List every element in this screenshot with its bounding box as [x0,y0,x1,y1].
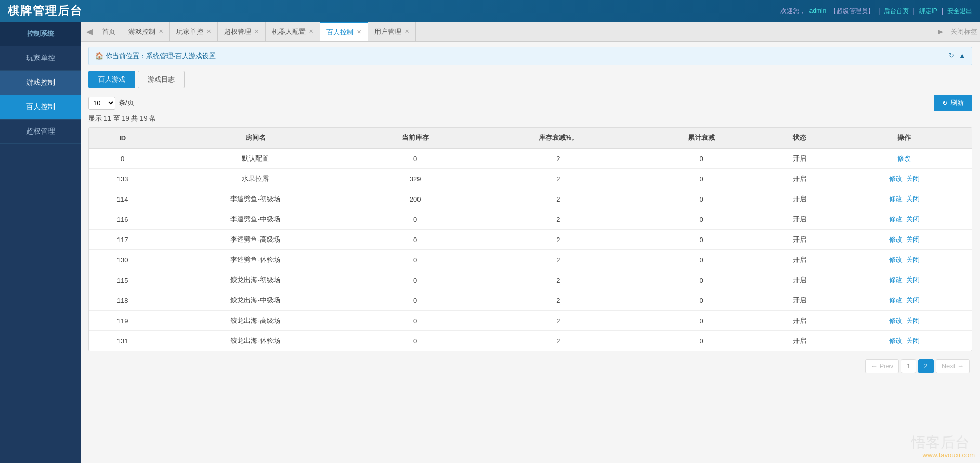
action-关闭[interactable]: 关闭 [906,316,920,324]
app-title: 棋牌管理后台 [8,3,83,19]
main-layout: 控制系统 玩家单控 游戏控制 百人控制 超权管理 ◀ 首页 游戏控制✕ 玩家单控… [0,22,980,463]
tab-close-user-management[interactable]: ✕ [404,28,409,35]
sidebar-item-super-management[interactable]: 超权管理 [0,120,81,144]
cell-total-decay: 0 [641,189,762,209]
action-关闭[interactable]: 关闭 [906,235,920,243]
next-page-btn[interactable]: Next → [936,359,970,373]
tab-close-player-single[interactable]: ✕ [206,28,211,35]
tab-close-all[interactable]: 关闭标签 [950,27,977,36]
cell-total-decay: 0 [641,209,762,230]
col-stock: 当前库存 [355,128,476,148]
action-关闭[interactable]: 关闭 [906,256,920,263]
action-修改[interactable]: 修改 [889,235,903,243]
cell-id: 133 [89,169,156,189]
cell-status: 开启 [762,331,837,351]
table-row: 116李逵劈鱼-中级场020开启修改 关闭 [89,209,972,230]
sub-tab-youxi-rizhi[interactable]: 游戏日志 [138,71,185,88]
tab-game-control[interactable]: 游戏控制✕ [122,22,170,41]
page-btn-1[interactable]: 1 [901,359,916,373]
action-关闭[interactable]: 关闭 [906,195,920,203]
breadcrumb: 🏠 你当前位置：系统管理-百人游戏设置 ↻ ▲ [88,47,972,65]
username-link[interactable]: admin [809,7,827,15]
bind-ip-link[interactable]: 绑定IP [919,7,937,16]
sub-tabs: 百人游戏 游戏日志 [88,71,972,88]
sidebar-item-player-control[interactable]: 玩家单控 [0,46,81,71]
tab-robot-config[interactable]: 机器人配置✕ [266,22,320,41]
action-关闭[interactable]: 关闭 [906,215,920,223]
action-separator [904,296,906,304]
action-separator [904,256,906,263]
cell-room: 默认配置 [156,148,355,169]
cell-id: 119 [89,311,156,331]
tab-super-management[interactable]: 超权管理✕ [218,22,266,41]
tab-bar-right: ▶ 关闭标签 [935,27,977,36]
action-关闭[interactable]: 关闭 [906,296,920,304]
cell-status: 开启 [762,189,837,209]
tab-nav-next[interactable]: ▶ [935,28,946,35]
page-size-select[interactable]: 10 20 50 100 [88,97,115,110]
tab-bar: ◀ 首页 游戏控制✕ 玩家单控✕ 超权管理✕ 机器人配置✕ 百人控制✕ 用户管理… [81,22,980,42]
cell-id: 114 [89,189,156,209]
cell-room: 李逵劈鱼-初级场 [156,189,355,209]
tab-nav-prev[interactable]: ◀ [83,27,96,36]
action-修改[interactable]: 修改 [889,256,903,263]
action-separator [904,215,906,223]
record-info: 显示 11 至 19 共 19 条 [88,114,972,123]
tab-hundred-control[interactable]: 百人控制✕ [320,22,368,41]
tab-close-robot-config[interactable]: ✕ [309,28,313,35]
page-btn-2[interactable]: 2 [918,359,933,373]
action-separator [904,316,906,324]
action-修改[interactable]: 修改 [889,316,903,324]
cell-actions: 修改 关闭 [837,250,972,270]
cell-id: 118 [89,290,156,311]
tab-user-management[interactable]: 用户管理✕ [368,22,416,41]
cell-stock: 0 [355,331,476,351]
action-修改[interactable]: 修改 [889,296,903,304]
main-content: ◀ 首页 游戏控制✕ 玩家单控✕ 超权管理✕ 机器人配置✕ 百人控制✕ 用户管理… [81,22,980,463]
action-关闭[interactable]: 关闭 [906,337,920,345]
prev-page-btn[interactable]: ← Prev [865,359,899,373]
action-修改[interactable]: 修改 [889,337,903,345]
cell-status: 开启 [762,250,837,270]
action-关闭[interactable]: 关闭 [906,175,920,182]
cell-id: 130 [89,250,156,270]
cell-actions: 修改 关闭 [837,189,972,209]
refresh-button[interactable]: ↻ 刷新 [934,95,972,111]
tab-player-single[interactable]: 玩家单控✕ [170,22,218,41]
cell-actions: 修改 关闭 [837,169,972,189]
col-decay-rate: 库存衰减%。 [476,128,641,148]
col-total-decay: 累计衰减 [641,128,762,148]
welcome-text: 欢迎您， [780,7,805,16]
action-修改[interactable]: 修改 [889,175,903,182]
table-row: 133水果拉露32920开启修改 关闭 [89,169,972,189]
home-link[interactable]: 后台首页 [884,7,909,16]
tab-home[interactable]: 首页 [96,22,122,41]
table-body: 0默认配置020开启修改133水果拉露32920开启修改 关闭114李逵劈鱼-初… [89,148,972,351]
table-row: 0默认配置020开启修改 [89,148,972,169]
tab-close-super-management[interactable]: ✕ [254,28,259,35]
action-关闭[interactable]: 关闭 [906,276,920,284]
action-修改[interactable]: 修改 [889,215,903,223]
tab-close-game-control[interactable]: ✕ [159,28,163,35]
cell-room: 鲛龙出海-中级场 [156,290,355,311]
cell-total-decay: 0 [641,148,762,169]
page-size-label: 条/页 [119,98,134,108]
data-table-container: ID 房间名 当前库存 库存衰减%。 累计衰减 状态 操作 0默认配置020开启… [88,127,972,351]
watermark-site: www.favouxi.com [923,451,975,459]
logout-link[interactable]: 安全退出 [947,7,972,16]
action-修改[interactable]: 修改 [889,276,903,284]
sidebar-item-hundred-control[interactable]: 百人控制 [0,95,81,120]
tab-close-hundred-control[interactable]: ✕ [357,29,361,35]
refresh-icon[interactable]: ↻ [949,51,955,59]
action-修改[interactable]: 修改 [889,195,903,203]
action-修改[interactable]: 修改 [897,154,911,162]
sub-tab-bairen-youxi[interactable]: 百人游戏 [88,71,135,88]
table-row: 119鲛龙出海-高级场020开启修改 关闭 [89,311,972,331]
sidebar-item-control-system[interactable]: 控制系统 [0,22,81,46]
cell-status: 开启 [762,169,837,189]
cell-decay-rate: 2 [476,331,641,351]
sidebar-item-game-control[interactable]: 游戏控制 [0,71,81,95]
breadcrumb-text: 你当前位置：系统管理-百人游戏设置 [106,52,216,60]
collapse-icon[interactable]: ▲ [959,51,965,59]
cell-status: 开启 [762,311,837,331]
